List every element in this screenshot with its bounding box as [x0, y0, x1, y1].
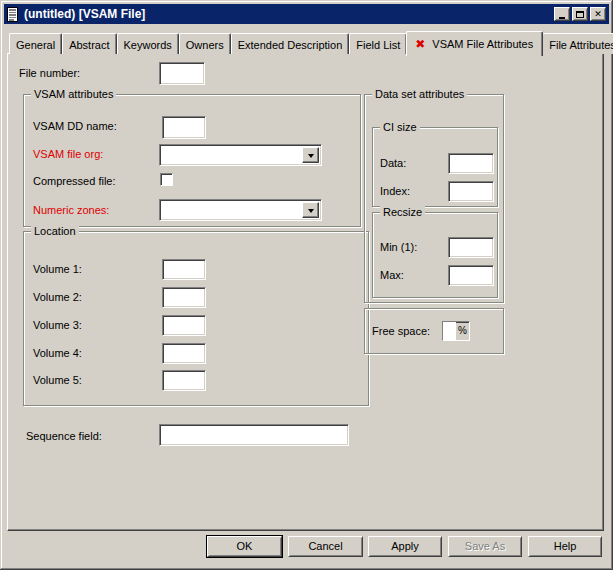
vsam-attributes-group-title: VSAM attributes: [31, 88, 116, 101]
recsize-max-label: Max:: [380, 269, 404, 282]
location-group: Location Volume 1: Volume 2: Volume 3: V…: [23, 231, 369, 406]
maximize-icon: [576, 11, 584, 18]
dialog-window: (untitled) [VSAM File] ✕ File number: VS…: [0, 0, 613, 570]
data-set-attributes-group: Data set attributes CI size Data: Index:…: [364, 94, 504, 303]
recsize-min-input[interactable]: [448, 237, 494, 258]
volume-3-input[interactable]: [162, 315, 206, 336]
tab-file-attributes-label: File Attributes: [549, 39, 613, 51]
tab-keywords-label: Keywords: [124, 39, 172, 51]
tab-field-list-label: Field List: [356, 39, 400, 51]
tab-vsam-file-attributes[interactable]: ✖ VSAM File Attributes: [406, 31, 543, 56]
close-icon: ✕: [594, 10, 602, 19]
compressed-file-checkbox[interactable]: [160, 173, 173, 186]
tab-page-vsam-file-attributes: File number: VSAM attributes VSAM DD nam…: [7, 53, 604, 531]
ci-size-data-input[interactable]: [448, 153, 494, 174]
numeric-zones-dropdown-button[interactable]: [302, 202, 319, 218]
recsize-group: Recsize Min (1): Max:: [372, 212, 498, 298]
ci-size-group: CI size Data: Index:: [372, 127, 498, 207]
window-controls: ✕: [552, 7, 606, 21]
percent-suffix: %: [456, 322, 469, 340]
numeric-zones-combobox[interactable]: [159, 199, 322, 221]
tab-abstract[interactable]: Abstract: [62, 33, 116, 54]
volume-5-label: Volume 5:: [33, 374, 82, 387]
vsam-file-org-dropdown-button[interactable]: [302, 147, 319, 163]
apply-button[interactable]: Apply: [368, 536, 442, 557]
tab-file-attributes[interactable]: File Attributes: [542, 33, 613, 54]
recsize-min-label: Min (1):: [380, 241, 417, 254]
volume-3-label: Volume 3:: [33, 319, 82, 332]
ok-button[interactable]: OK: [207, 536, 282, 557]
volume-4-input[interactable]: [162, 343, 206, 364]
tab-general[interactable]: General: [9, 33, 62, 54]
red-x-icon: ✖: [415, 39, 425, 49]
ci-size-index-label: Index:: [380, 185, 410, 198]
location-group-title: Location: [31, 225, 79, 238]
window-title: (untitled) [VSAM File]: [24, 7, 552, 21]
tab-owners[interactable]: Owners: [179, 33, 231, 54]
minimize-icon: [559, 17, 565, 19]
recsize-max-input[interactable]: [448, 265, 494, 286]
tab-extended-description-label: Extended Description: [238, 39, 343, 51]
free-space-input[interactable]: %: [442, 321, 470, 341]
volume-4-label: Volume 4:: [33, 347, 82, 360]
ci-size-group-title: CI size: [380, 121, 420, 134]
ci-size-data-label: Data:: [380, 157, 406, 170]
chevron-down-icon: [308, 154, 314, 158]
tab-owners-label: Owners: [186, 39, 224, 51]
tab-field-list[interactable]: Field List: [349, 33, 407, 54]
vsam-dd-name-label: VSAM DD name:: [33, 120, 117, 133]
free-space-value: [443, 322, 456, 340]
tab-extended-description[interactable]: Extended Description: [231, 33, 350, 54]
help-button[interactable]: Help: [528, 536, 602, 557]
titlebar[interactable]: (untitled) [VSAM File] ✕: [4, 4, 609, 24]
maximize-button[interactable]: [572, 7, 588, 21]
numeric-zones-label: Numeric zones:: [33, 204, 109, 217]
volume-5-input[interactable]: [162, 370, 206, 391]
data-set-attributes-group-title: Data set attributes: [372, 88, 467, 101]
file-number-label: File number:: [19, 67, 80, 80]
vsam-file-org-combobox[interactable]: [159, 144, 322, 166]
tab-general-label: General: [16, 39, 55, 51]
volume-1-label: Volume 1:: [33, 263, 82, 276]
cancel-button[interactable]: Cancel: [288, 536, 363, 557]
close-button[interactable]: ✕: [590, 7, 606, 21]
free-space-frame: Free space: %: [364, 308, 504, 354]
tab-bar: General Abstract Keywords Owners Extende…: [9, 29, 613, 54]
sequence-field-input[interactable]: [159, 424, 349, 446]
volume-1-input[interactable]: [162, 259, 206, 280]
volume-2-input[interactable]: [162, 287, 206, 308]
vsam-dd-name-input[interactable]: [162, 116, 206, 139]
tab-abstract-label: Abstract: [69, 39, 109, 51]
sequence-field-label: Sequence field:: [26, 430, 102, 443]
tab-keywords[interactable]: Keywords: [117, 33, 179, 54]
vsam-file-org-label: VSAM file org:: [33, 148, 103, 161]
ci-size-index-input[interactable]: [448, 181, 494, 202]
recsize-group-title: Recsize: [380, 206, 425, 219]
chevron-down-icon: [308, 209, 314, 213]
save-as-button: Save As: [448, 536, 522, 557]
file-number-input[interactable]: [159, 62, 205, 85]
vsam-attributes-group: VSAM attributes VSAM DD name: VSAM file …: [23, 94, 361, 227]
minimize-button[interactable]: [554, 7, 570, 21]
document-icon: [7, 7, 20, 22]
compressed-file-label: Compressed file:: [33, 175, 116, 188]
volume-2-label: Volume 2:: [33, 291, 82, 304]
tab-vsam-file-attributes-label: VSAM File Attributes: [432, 38, 533, 50]
free-space-label: Free space:: [372, 325, 430, 338]
